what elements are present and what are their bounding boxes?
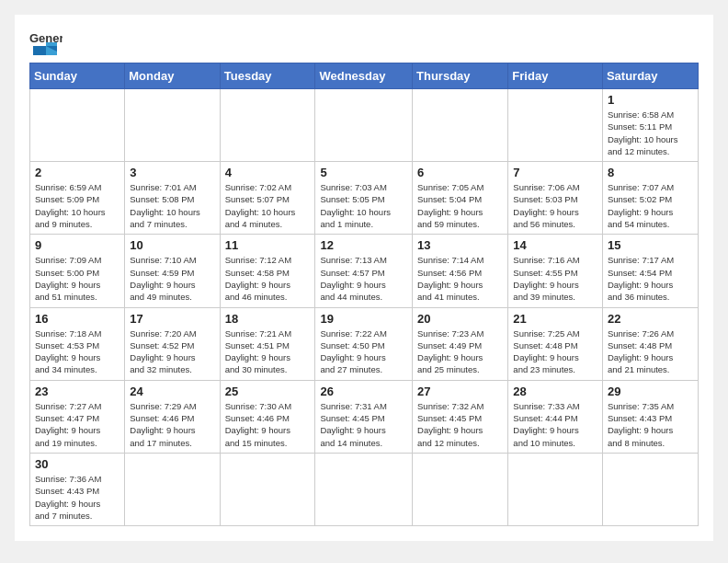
day-number: 13 — [417, 238, 503, 252]
day-info: Sunrise: 7:36 AM Sunset: 4:43 PM Dayligh… — [35, 473, 119, 522]
calendar-cell: 24Sunrise: 7:29 AM Sunset: 4:46 PM Dayli… — [125, 380, 220, 453]
calendar-cell: 28Sunrise: 7:33 AM Sunset: 4:44 PM Dayli… — [508, 380, 603, 453]
calendar-cell: 21Sunrise: 7:25 AM Sunset: 4:48 PM Dayli… — [508, 307, 603, 380]
calendar-cell: 2Sunrise: 6:59 AM Sunset: 5:09 PM Daylig… — [30, 162, 125, 235]
calendar-week-row: 23Sunrise: 7:27 AM Sunset: 4:47 PM Dayli… — [30, 380, 699, 453]
calendar-cell — [508, 89, 603, 162]
calendar-cell — [125, 89, 220, 162]
generalblue-logo-icon: General — [29, 29, 63, 55]
day-info: Sunrise: 7:32 AM Sunset: 4:45 PM Dayligh… — [417, 400, 503, 449]
calendar-cell: 18Sunrise: 7:21 AM Sunset: 4:51 PM Dayli… — [220, 307, 315, 380]
calendar-cell: 9Sunrise: 7:09 AM Sunset: 5:00 PM Daylig… — [30, 235, 125, 307]
day-info: Sunrise: 7:09 AM Sunset: 5:00 PM Dayligh… — [35, 254, 119, 303]
calendar-cell: 26Sunrise: 7:31 AM Sunset: 4:45 PM Dayli… — [315, 380, 413, 453]
calendar-cell: 5Sunrise: 7:03 AM Sunset: 5:05 PM Daylig… — [315, 162, 413, 235]
day-number: 1 — [608, 93, 693, 107]
day-info: Sunrise: 7:18 AM Sunset: 4:53 PM Dayligh… — [35, 327, 119, 376]
day-info: Sunrise: 7:01 AM Sunset: 5:08 PM Dayligh… — [130, 181, 214, 230]
page-header: General — [29, 29, 699, 55]
day-number: 11 — [225, 238, 311, 252]
day-info: Sunrise: 7:26 AM Sunset: 4:48 PM Dayligh… — [608, 327, 693, 376]
calendar-cell: 30Sunrise: 7:36 AM Sunset: 4:43 PM Dayli… — [30, 453, 125, 525]
day-info: Sunrise: 7:05 AM Sunset: 5:04 PM Dayligh… — [417, 181, 503, 230]
day-number: 15 — [608, 238, 693, 252]
calendar-table: SundayMondayTuesdayWednesdayThursdayFrid… — [29, 63, 699, 526]
day-info: Sunrise: 7:22 AM Sunset: 4:50 PM Dayligh… — [320, 327, 407, 376]
calendar-header-wednesday: Wednesday — [315, 63, 413, 89]
calendar-cell: 1Sunrise: 6:58 AM Sunset: 5:11 PM Daylig… — [602, 89, 698, 162]
day-number: 24 — [130, 385, 214, 398]
calendar-cell: 4Sunrise: 7:02 AM Sunset: 5:07 PM Daylig… — [220, 162, 315, 235]
day-info: Sunrise: 7:03 AM Sunset: 5:05 PM Dayligh… — [320, 181, 407, 230]
calendar-cell: 17Sunrise: 7:20 AM Sunset: 4:52 PM Dayli… — [125, 307, 220, 380]
calendar-cell: 11Sunrise: 7:12 AM Sunset: 4:58 PM Dayli… — [220, 235, 315, 307]
day-info: Sunrise: 7:30 AM Sunset: 4:46 PM Dayligh… — [225, 400, 311, 449]
calendar-cell — [602, 453, 698, 525]
day-number: 27 — [417, 385, 503, 398]
day-number: 26 — [320, 385, 407, 398]
day-info: Sunrise: 6:58 AM Sunset: 5:11 PM Dayligh… — [608, 109, 693, 157]
day-info: Sunrise: 7:27 AM Sunset: 4:47 PM Dayligh… — [35, 400, 119, 449]
day-number: 3 — [130, 166, 214, 179]
calendar-cell: 25Sunrise: 7:30 AM Sunset: 4:46 PM Dayli… — [220, 380, 315, 453]
calendar-week-row: 2Sunrise: 6:59 AM Sunset: 5:09 PM Daylig… — [30, 162, 699, 235]
calendar-cell: 22Sunrise: 7:26 AM Sunset: 4:48 PM Dayli… — [602, 307, 698, 380]
day-number: 18 — [225, 312, 311, 326]
calendar-header-thursday: Thursday — [413, 63, 508, 89]
day-number: 4 — [225, 166, 311, 179]
day-number: 17 — [130, 312, 214, 326]
day-info: Sunrise: 7:33 AM Sunset: 4:44 PM Dayligh… — [513, 400, 597, 449]
day-number: 2 — [35, 166, 119, 179]
calendar-cell — [315, 89, 413, 162]
day-number: 28 — [513, 385, 597, 398]
calendar-week-row: 1Sunrise: 6:58 AM Sunset: 5:11 PM Daylig… — [30, 89, 699, 162]
day-number: 21 — [513, 312, 597, 326]
calendar-cell: 7Sunrise: 7:06 AM Sunset: 5:03 PM Daylig… — [508, 162, 603, 235]
calendar-header-row: SundayMondayTuesdayWednesdayThursdayFrid… — [30, 63, 699, 89]
calendar-cell: 14Sunrise: 7:16 AM Sunset: 4:55 PM Dayli… — [508, 235, 603, 307]
day-info: Sunrise: 7:07 AM Sunset: 5:02 PM Dayligh… — [608, 181, 693, 230]
day-info: Sunrise: 6:59 AM Sunset: 5:09 PM Dayligh… — [35, 181, 119, 230]
day-number: 30 — [35, 457, 119, 471]
day-info: Sunrise: 7:16 AM Sunset: 4:55 PM Dayligh… — [513, 254, 597, 303]
calendar-header-monday: Monday — [125, 63, 220, 89]
calendar-cell: 16Sunrise: 7:18 AM Sunset: 4:53 PM Dayli… — [30, 307, 125, 380]
day-number: 25 — [225, 385, 311, 398]
day-info: Sunrise: 7:23 AM Sunset: 4:49 PM Dayligh… — [417, 327, 503, 376]
day-info: Sunrise: 7:29 AM Sunset: 4:46 PM Dayligh… — [130, 400, 214, 449]
day-info: Sunrise: 7:06 AM Sunset: 5:03 PM Dayligh… — [513, 181, 597, 230]
calendar-cell — [125, 453, 220, 525]
calendar-cell: 20Sunrise: 7:23 AM Sunset: 4:49 PM Dayli… — [413, 307, 508, 380]
day-number: 9 — [35, 238, 119, 252]
day-number: 23 — [35, 385, 119, 398]
calendar-week-row: 16Sunrise: 7:18 AM Sunset: 4:53 PM Dayli… — [30, 307, 699, 380]
day-info: Sunrise: 7:14 AM Sunset: 4:56 PM Dayligh… — [417, 254, 503, 303]
day-info: Sunrise: 7:35 AM Sunset: 4:43 PM Dayligh… — [608, 400, 693, 449]
calendar-cell: 12Sunrise: 7:13 AM Sunset: 4:57 PM Dayli… — [315, 235, 413, 307]
svg-marker-1 — [33, 46, 46, 55]
day-number: 6 — [417, 166, 503, 179]
calendar-cell: 23Sunrise: 7:27 AM Sunset: 4:47 PM Dayli… — [30, 380, 125, 453]
day-info: Sunrise: 7:25 AM Sunset: 4:48 PM Dayligh… — [513, 327, 597, 376]
day-number: 10 — [130, 238, 214, 252]
day-number: 14 — [513, 238, 597, 252]
day-number: 7 — [513, 166, 597, 179]
day-info: Sunrise: 7:17 AM Sunset: 4:54 PM Dayligh… — [608, 254, 693, 303]
calendar-page: General SundayMondayTuesdayWednesdayThur… — [15, 15, 713, 541]
day-number: 8 — [608, 166, 693, 179]
day-info: Sunrise: 7:10 AM Sunset: 4:59 PM Dayligh… — [130, 254, 214, 303]
calendar-cell: 6Sunrise: 7:05 AM Sunset: 5:04 PM Daylig… — [413, 162, 508, 235]
day-number: 22 — [608, 312, 693, 326]
day-info: Sunrise: 7:13 AM Sunset: 4:57 PM Dayligh… — [320, 254, 407, 303]
calendar-header-saturday: Saturday — [602, 63, 698, 89]
calendar-cell: 27Sunrise: 7:32 AM Sunset: 4:45 PM Dayli… — [413, 380, 508, 453]
calendar-header-friday: Friday — [508, 63, 603, 89]
day-info: Sunrise: 7:02 AM Sunset: 5:07 PM Dayligh… — [225, 181, 311, 230]
calendar-cell: 19Sunrise: 7:22 AM Sunset: 4:50 PM Dayli… — [315, 307, 413, 380]
calendar-week-row: 30Sunrise: 7:36 AM Sunset: 4:43 PM Dayli… — [30, 453, 699, 525]
calendar-cell: 29Sunrise: 7:35 AM Sunset: 4:43 PM Dayli… — [602, 380, 698, 453]
day-number: 19 — [320, 312, 407, 326]
day-number: 5 — [320, 166, 407, 179]
day-number: 29 — [608, 385, 693, 398]
logo-area: General — [29, 29, 66, 55]
